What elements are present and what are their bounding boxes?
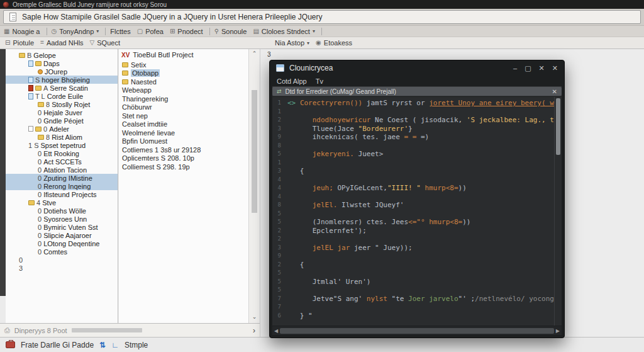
task-list: SetixOtobappNaestedWebeappTharingereking…	[119, 60, 248, 171]
maximize-button[interactable]: ▢	[525, 64, 531, 72]
file-type-icon: ⇄	[277, 88, 282, 94]
toolbar-button[interactable]: Flcttes	[110, 28, 130, 35]
list-item[interactable]: Chöburwr	[119, 103, 248, 112]
scroll-up-icon[interactable]: ⌃	[249, 50, 260, 57]
toolbar-button[interactable]: ▤Cloloes Stndect▾	[253, 28, 315, 35]
list-item[interactable]: Webeapp	[119, 86, 248, 95]
list-item[interactable]: Naested	[119, 77, 248, 86]
toolbar-button[interactable]: ⚲Sonoule	[214, 28, 247, 35]
toolbar-button[interactable]: ⊟Piotule	[5, 39, 34, 47]
close-button[interactable]: ✕	[552, 64, 558, 72]
tree-item[interactable]: 0Bymiric Vuten Sst	[6, 223, 118, 231]
tree-item[interactable]: 0Slipcie Aajaroer	[6, 231, 118, 239]
tree-item[interactable]: ASerre Scatin	[6, 84, 118, 92]
code-token: jelEL jar	[313, 244, 350, 252]
tree-item[interactable]: T LCorde Euile	[6, 92, 118, 100]
scroll-down-icon[interactable]: ⌄	[249, 314, 260, 320]
toolbar-button[interactable]: ▦Noagie a	[4, 28, 40, 35]
scroll-right-icon[interactable]: ▶	[556, 328, 560, 334]
tree-item[interactable]: 0LOtong Deqentine	[6, 239, 118, 247]
scrollbar-thumb[interactable]	[556, 98, 560, 155]
tree-item[interactable]: 8Stoslly Rojet	[6, 100, 118, 108]
task-list-scrollbar[interactable]: ⌃ ⌄	[248, 49, 259, 323]
close-secondary-button[interactable]: ✕	[539, 64, 545, 72]
tree-item[interactable]: 0Comtes	[6, 247, 118, 256]
folder-icon	[122, 62, 128, 67]
editor-horizontal-scrollbar[interactable]: ◀ ▶	[272, 326, 562, 335]
tree-item[interactable]: 0Rerong Inqeing	[6, 182, 118, 190]
code-window-titlebar[interactable]: Clounicrycea –▢✕✕	[270, 60, 564, 76]
toolbar-button-label: Pofea	[145, 28, 164, 35]
tree-item-label: Syosroes Unn	[43, 215, 87, 223]
tab-close-icon[interactable]: ✕	[552, 88, 557, 95]
toolbar-button[interactable]: ▽SQuect	[90, 39, 120, 47]
tree-status-row: ⎙ Dinperyys 8 Poot ›	[0, 323, 260, 337]
menu-item[interactable]: Tv	[316, 77, 323, 85]
tree-item-label: Gndle Péojet	[43, 117, 84, 125]
scroll-right-icon[interactable]: ›	[253, 326, 255, 335]
tree-item[interactable]: 0Ett Rooking	[6, 149, 118, 157]
minimize-button[interactable]: –	[513, 64, 517, 72]
tree-item[interactable]: 3	[6, 264, 118, 272]
tree-item[interactable]: 0Act SCCETs	[6, 157, 118, 166]
toolbar-button[interactable]: ⊞Pnodect	[170, 28, 203, 35]
red-icon	[28, 85, 33, 91]
tree-item[interactable]: 8Rist Aliom	[6, 133, 118, 141]
menu-item[interactable]: Cotd Alpp	[277, 77, 307, 85]
code-editor[interactable]: 11239851344485522392555776 <> Corectryre…	[272, 97, 562, 326]
tree-item[interactable]: 0Hejale 3uver	[6, 108, 118, 116]
collapsed-panel-strip[interactable]	[0, 49, 6, 296]
code-line: {	[287, 261, 554, 270]
tree-item[interactable]: 0Ifisteund Projects	[6, 190, 118, 198]
refresh-icon[interactable]: ⇅	[99, 341, 106, 349]
list-item[interactable]: Setix	[119, 60, 248, 69]
code-window-menubar: Cotd AlppTv	[270, 76, 564, 86]
list-item[interactable]: Oplicemters S 208. 10p	[119, 154, 248, 163]
list-item[interactable]: Cotliemes 1 3s8 ur 29128	[119, 145, 248, 154]
briefcase-icon	[6, 341, 15, 348]
tree-item[interactable]: 0Syosroes Unn	[6, 215, 118, 223]
tree-item[interactable]: 4Stve	[6, 198, 118, 207]
code-token: Epclernfet');	[287, 227, 367, 235]
tree-item[interactable]: JOurep	[6, 67, 118, 76]
code-line: ndodhoyewricur Ne Coest ( jisodacik, 'S …	[287, 116, 554, 125]
list-item[interactable]: Stet nep	[119, 111, 248, 120]
tree-item[interactable]: 0Atation Tacion	[6, 166, 118, 174]
tree-item[interactable]: Shoger Bhojieing	[6, 76, 118, 84]
editor-tab[interactable]: ⇄ Dtd for Erredier (CuMag/ Geand Prejall…	[272, 87, 562, 96]
document-tab[interactable]: Saple How Stamipile Grasilel Sadle JQuer…	[3, 10, 641, 24]
list-item[interactable]: Colliemest S 298. 19p	[119, 162, 248, 171]
tree-item[interactable]: 0Gndle Péojet	[6, 116, 118, 125]
scrollbar-thumb[interactable]	[280, 328, 554, 334]
code-token: hmurp<8=	[421, 184, 458, 192]
tree-item-label: Atation Tacion	[43, 166, 87, 174]
list-item[interactable]: Tharingereking	[119, 94, 248, 103]
toolbar-button[interactable]: ▢Pofea	[137, 28, 164, 35]
tree-item[interactable]: 0	[6, 256, 118, 264]
editor-vertical-scrollbar[interactable]	[554, 97, 562, 326]
scroll-left-icon[interactable]: ◀	[274, 328, 278, 334]
tree-item[interactable]: 0Zputing IMistine	[6, 174, 118, 182]
toolbar-button[interactable]: ◉Etoakess	[316, 39, 352, 47]
os-title-text: Oremple Grallesc Buld Juney ramijure rou…	[13, 1, 167, 8]
toolbar-button[interactable]: Nia Astop▾	[275, 39, 309, 47]
tree-item[interactable]: 0Adeler	[6, 125, 118, 133]
line-number-gutter: 11239851344485522392555776	[272, 97, 283, 326]
dot-icon	[38, 69, 43, 74]
console-icon[interactable]: ∟	[111, 341, 119, 349]
tree-item[interactable]: Daps	[6, 59, 118, 67]
list-item[interactable]: Otobapp	[119, 69, 248, 78]
scrollbar-thumb[interactable]	[252, 90, 257, 213]
tree-item[interactable]: 1 SSpset tepetrud	[6, 141, 118, 149]
list-item[interactable]: Cealset imdtiie	[119, 120, 248, 129]
list-item[interactable]: Weolmené lievae	[119, 128, 248, 137]
toolbar-button[interactable]: ◷TonyAndnp▾	[52, 28, 99, 35]
code-window-title: Clounicrycea	[289, 64, 333, 72]
list-item[interactable]: Bpfin Uomuest	[119, 137, 248, 146]
toolbar-button-icon: ⚲	[214, 28, 219, 35]
tree-item[interactable]: BGelope	[6, 51, 118, 59]
tree-item-label: Zputing IMistine	[43, 174, 92, 182]
toolbar-button[interactable]: =Aadad NHls	[40, 39, 84, 47]
code-text[interactable]: <> Corectryrern()) jamtS ryrst or jorett…	[283, 97, 554, 326]
tree-item[interactable]: 0Dotiehs Wölle	[6, 207, 118, 215]
